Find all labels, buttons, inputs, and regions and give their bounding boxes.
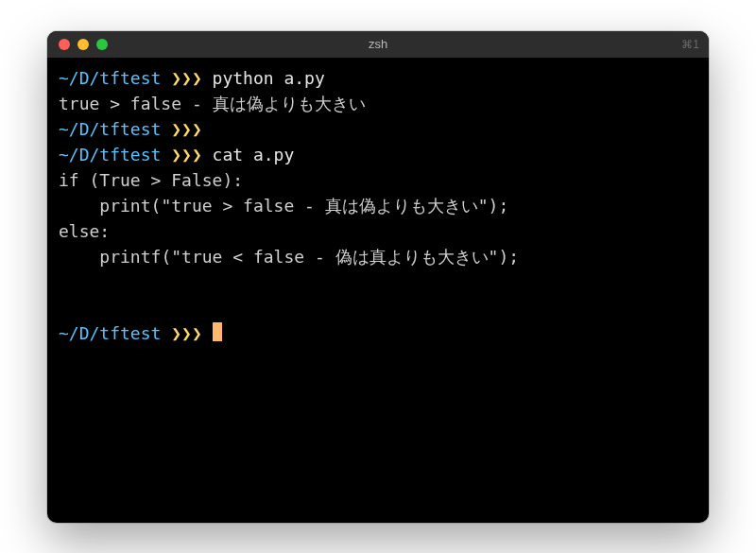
- titlebar: zsh ⌘1: [47, 31, 709, 58]
- output-line: true > false - 真は偽よりも大きい: [59, 91, 697, 116]
- prompt-symbol: ❯❯❯: [171, 323, 202, 343]
- prompt-symbol: ❯❯❯: [171, 68, 202, 88]
- output-text: printf("true < false - 偽は真よりも大きい");: [59, 247, 519, 267]
- command-text: python a.py: [213, 68, 325, 88]
- prompt-line: ~/D/tftest ❯❯❯ cat a.py: [59, 142, 697, 167]
- prompt-line: ~/D/tftest ❯❯❯ python a.py: [59, 65, 697, 91]
- prompt-line: ~/D/tftest ❯❯❯: [59, 116, 697, 142]
- terminal-window: zsh ⌘1 ~/D/tftest ❯❯❯ python a.pytrue > …: [47, 31, 709, 523]
- prompt-symbol: ❯❯❯: [171, 145, 202, 164]
- cursor: [213, 322, 222, 341]
- window-title: zsh: [47, 37, 709, 51]
- titlebar-hint: ⌘1: [681, 38, 699, 51]
- cwd: ~/D/tftest: [59, 119, 161, 139]
- prompt-symbol: ❯❯❯: [171, 119, 202, 139]
- terminal-body[interactable]: ~/D/tftest ❯❯❯ python a.pytrue > false -…: [47, 58, 709, 523]
- zoom-icon[interactable]: [96, 39, 108, 50]
- output-text: print("true > false - 真は偽よりも大きい");: [59, 196, 508, 216]
- traffic-lights: [47, 39, 108, 50]
- output-line: printf("true < false - 偽は真よりも大きい");: [59, 244, 697, 269]
- output-text: else:: [59, 221, 110, 241]
- cwd: ~/D/tftest: [59, 323, 161, 343]
- cwd: ~/D/tftest: [59, 68, 161, 88]
- output-text: if (True > False):: [59, 170, 243, 190]
- command-text: cat a.py: [213, 145, 295, 164]
- output-text: true > false - 真は偽よりも大きい: [59, 94, 366, 113]
- blank-line: [59, 295, 697, 320]
- minimize-icon[interactable]: [77, 39, 89, 50]
- prompt-line: ~/D/tftest ❯❯❯: [59, 320, 697, 346]
- blank-line: [59, 269, 697, 295]
- output-line: print("true > false - 真は偽よりも大きい");: [59, 193, 697, 218]
- output-line: if (True > False):: [59, 167, 697, 193]
- close-icon[interactable]: [59, 39, 70, 50]
- output-line: else:: [59, 218, 697, 244]
- cwd: ~/D/tftest: [59, 145, 161, 164]
